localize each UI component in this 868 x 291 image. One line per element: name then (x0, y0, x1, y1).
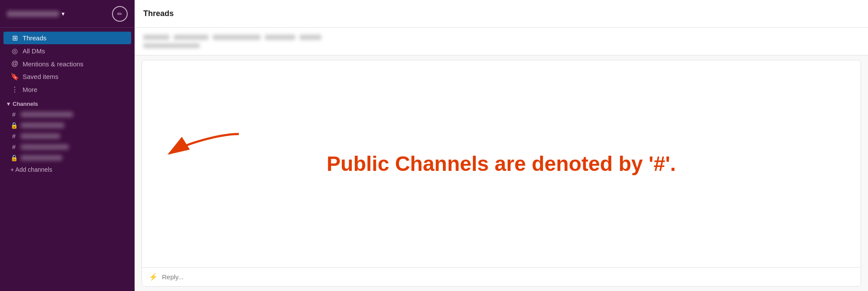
channels-section-header[interactable]: ▾ Channels (0, 96, 135, 109)
thread-preview-lines (143, 35, 859, 48)
sidebar-nav: ⊞ Threads ◎ All DMs @ Mentions & reactio… (0, 28, 135, 291)
channel-lock-icon-2: 🔒 (10, 122, 17, 129)
channel-item-3[interactable]: # (3, 131, 131, 141)
reply-input[interactable] (162, 273, 854, 281)
annotation-container: Public Channels are denoted by '#'. (142, 60, 861, 267)
threads-icon: ⊞ (10, 34, 19, 42)
thread-preview (135, 28, 868, 56)
sidebar: ▾ ✏ ⊞ Threads ◎ All DMs @ Mentions & rea… (0, 0, 135, 291)
sidebar-item-all-dms-label: All DMs (23, 47, 45, 55)
reply-lightning-icon: ⚡ (149, 273, 158, 281)
channel-item-1[interactable]: # (3, 109, 131, 120)
sidebar-item-mentions-label: Mentions & reactions (23, 60, 83, 68)
main-header: Threads (135, 0, 868, 28)
channel-lock-icon-5: 🔒 (10, 154, 17, 161)
chat-area: Public Channels are denoted by '#'. ⚡ (142, 60, 861, 287)
sidebar-item-more[interactable]: ⋮ More (3, 83, 131, 96)
main-content: Public Channels are denoted by '#'. ⚡ (135, 28, 868, 291)
channel-name-4 (21, 144, 69, 150)
channels-header-label: Channels (13, 101, 38, 107)
reply-box: ⚡ (142, 267, 861, 286)
compose-button[interactable]: ✏ (112, 6, 128, 22)
add-channels-label: + Add channels (10, 166, 52, 173)
channel-public-icon-3: # (10, 133, 17, 140)
workspace-name[interactable]: ▾ (7, 11, 64, 17)
sidebar-item-more-label: More (23, 86, 37, 93)
channel-public-icon-1: # (10, 111, 17, 118)
channels-collapse-icon: ▾ (7, 101, 10, 107)
sidebar-item-threads[interactable]: ⊞ Threads (3, 32, 131, 44)
channel-name-2 (21, 123, 64, 128)
sidebar-item-saved-label: Saved items (23, 73, 59, 80)
workspace-name-text (7, 11, 59, 17)
main-panel: Threads Public Channels are denoted by '… (135, 0, 868, 291)
annotation-label: Public Channels are denoted by '#'. (327, 152, 676, 176)
workspace-chevron-icon: ▾ (62, 11, 64, 17)
channel-name-1 (21, 112, 73, 117)
sidebar-item-saved[interactable]: 🔖 Saved items (3, 70, 131, 83)
sidebar-item-mentions[interactable]: @ Mentions & reactions (3, 58, 131, 70)
all-dms-icon: ◎ (10, 47, 19, 55)
sidebar-item-all-dms[interactable]: ◎ All DMs (3, 45, 131, 57)
channel-public-icon-4: # (10, 144, 17, 150)
channel-name-3 (21, 134, 60, 139)
channel-item-5[interactable]: 🔒 (3, 153, 131, 163)
sidebar-item-threads-label: Threads (23, 34, 46, 42)
add-channels-button[interactable]: + Add channels (3, 163, 131, 176)
sidebar-header: ▾ ✏ (0, 0, 135, 28)
mentions-icon: @ (10, 60, 19, 68)
channel-name-5 (21, 155, 62, 160)
channel-item-4[interactable]: # (3, 142, 131, 152)
channel-item-2[interactable]: 🔒 (3, 120, 131, 131)
saved-icon: 🔖 (10, 72, 19, 81)
more-icon: ⋮ (10, 85, 19, 94)
page-title: Threads (143, 9, 174, 18)
